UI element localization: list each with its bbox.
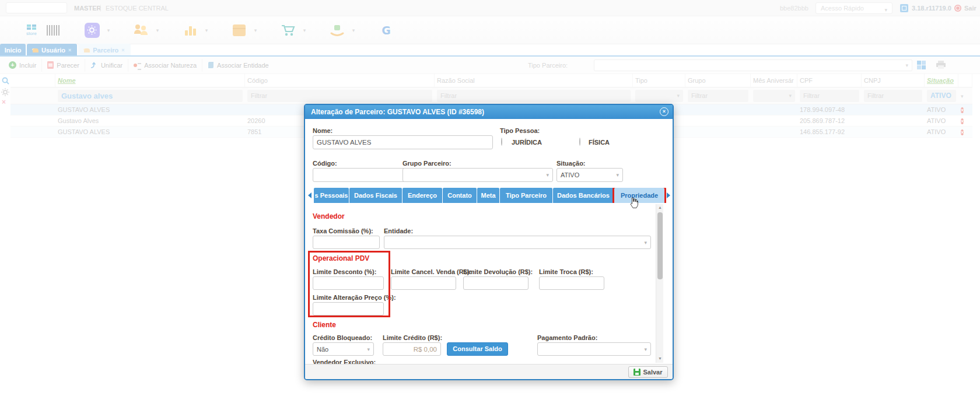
situacao-dropdown[interactable]: ATIVO: [556, 168, 623, 182]
save-label: Salvar: [643, 369, 662, 376]
codigo-label: Código:: [313, 160, 337, 167]
grupo-parceiro-label: Grupo Parceiro:: [402, 160, 452, 167]
scroll-up-icon[interactable]: [657, 205, 663, 211]
tab-dados-fiscais[interactable]: Dados Fiscais: [349, 188, 402, 203]
cliente-section-title: Cliente: [313, 321, 336, 329]
modal-tab-strip: s Pessoais Dados Fiscais Endereço Contat…: [306, 188, 673, 203]
tabs-scroll-right[interactable]: [665, 188, 673, 203]
tab-tipo-parceiro[interactable]: Tipo Parceiro: [500, 188, 552, 203]
limite-cancel-label: Limite Cancel. Venda (R$):: [391, 268, 471, 275]
save-icon: [634, 369, 640, 376]
limite-desconto-input[interactable]: [313, 276, 384, 290]
modal-header[interactable]: Alteração de Parceiro: GUSTAVO ALVES (ID…: [305, 105, 673, 119]
tab-propriedade[interactable]: Propriedade: [614, 188, 664, 203]
tab-dados-bancarios[interactable]: Dados Bancários: [553, 188, 614, 203]
codigo-input[interactable]: [313, 168, 410, 182]
chevron-down-icon: [616, 172, 619, 178]
taxa-comissao-input[interactable]: [313, 236, 380, 249]
radio-fisica[interactable]: [579, 138, 580, 146]
save-button[interactable]: Salvar: [628, 366, 668, 378]
vendedor-section-title: Vendedor: [313, 212, 345, 220]
modal-title: Alteração de Parceiro: GUSTAVO ALVES (ID…: [311, 108, 484, 116]
nome-label: Nome:: [313, 127, 332, 134]
consultar-saldo-button[interactable]: Consultar Saldo: [447, 342, 508, 356]
tab-dados-pessoais[interactable]: s Pessoais: [314, 188, 349, 203]
nome-input[interactable]: [313, 135, 493, 149]
tab-contato[interactable]: Contato: [443, 188, 477, 203]
limite-credito-input[interactable]: [383, 342, 441, 356]
scrollbar-thumb[interactable]: [657, 212, 663, 279]
chevron-down-icon: [367, 346, 370, 352]
credito-bloqueado-value: Não: [317, 346, 328, 353]
hand-cursor-icon: [629, 197, 638, 209]
tipo-pessoa-label: Tipo Pessoa:: [500, 127, 540, 134]
limite-troca-input[interactable]: [539, 276, 604, 290]
limite-devolucao-label: Limite Devolução (R$):: [463, 268, 533, 275]
credito-bloqueado-label: Crédito Bloqueado:: [313, 334, 372, 341]
limite-alteracao-label: Limite Alteração Preço (%):: [313, 294, 396, 301]
scroll-down-icon[interactable]: [657, 356, 663, 362]
operacional-pdv-section-title: Operacional PDV: [313, 254, 369, 262]
tabs-scroll-left[interactable]: [306, 188, 314, 203]
limite-troca-label: Limite Troca (R$):: [539, 268, 593, 275]
entidade-label: Entidade:: [384, 227, 413, 234]
entidade-dropdown[interactable]: [384, 236, 651, 249]
situacao-value: ATIVO: [561, 171, 579, 178]
limite-cancel-input[interactable]: [391, 276, 456, 290]
radio-juridica[interactable]: [501, 138, 502, 146]
grupo-parceiro-dropdown[interactable]: [402, 168, 553, 182]
credito-bloqueado-dropdown[interactable]: Não: [313, 342, 374, 356]
limite-desconto-label: Limite Desconto (%):: [313, 268, 376, 275]
situacao-label: Situação:: [556, 160, 586, 167]
partner-edit-modal: Alteração de Parceiro: GUSTAVO ALVES (ID…: [304, 104, 674, 380]
chevron-down-icon: [644, 240, 647, 246]
pagamento-padrao-dropdown[interactable]: [537, 342, 651, 356]
chevron-down-icon: [546, 172, 549, 178]
radio-juridica-label[interactable]: JURÍDICA: [512, 139, 542, 146]
chevron-down-icon: [644, 346, 647, 352]
limite-devolucao-input[interactable]: [463, 276, 528, 290]
modal-footer: Salvar: [305, 364, 673, 379]
tab-meta[interactable]: Meta: [477, 188, 499, 203]
app-screen: MASTER ESTOQUE CENTRAL bbe82bbb Acesso R…: [0, 0, 980, 396]
taxa-comissao-label: Taxa Comissão (%):: [313, 227, 373, 234]
tab-endereco[interactable]: Endereço: [402, 188, 442, 203]
modal-scrollbar[interactable]: [656, 204, 663, 363]
radio-fisica-label[interactable]: FÍSICA: [589, 139, 610, 146]
limite-alteracao-input[interactable]: [313, 302, 384, 316]
limite-credito-label: Limite Crédito (R$):: [383, 334, 442, 341]
close-icon[interactable]: [660, 107, 668, 116]
pagamento-padrao-label: Pagamento Padrão:: [537, 334, 597, 341]
